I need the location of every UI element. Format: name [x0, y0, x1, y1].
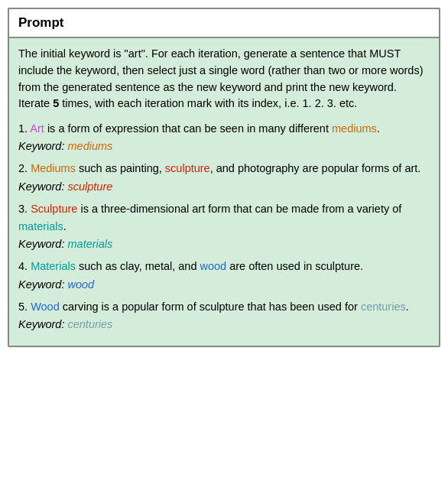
iteration-text-end: are often used in sculpture. [226, 260, 363, 272]
iteration-block: 2. Mediums such as painting, sculpture, … [18, 160, 430, 195]
iteration-sentence: 3. Sculpture is a three-dimensional art … [18, 200, 430, 236]
keyword-value: centuries [67, 318, 112, 330]
iterations-container: 1. Art is a form of expression that can … [18, 120, 430, 333]
prompt-outro: times, with each iteration mark with its… [59, 97, 357, 109]
card-header: Prompt [9, 9, 439, 38]
iteration-keyword-start: Mediums [31, 162, 76, 174]
iteration-highlight: sculpture [165, 162, 210, 174]
iteration-number: 1. [18, 122, 30, 135]
iteration-highlight: wood [200, 260, 226, 272]
main-card: Prompt The initial keyword is "art". For… [8, 8, 440, 347]
iteration-text-end: . [377, 122, 380, 135]
iteration-sentence: 4. Materials such as clay, metal, and wo… [18, 258, 430, 275]
keyword-line: Keyword: mediums [18, 138, 430, 155]
iteration-text: such as painting, [76, 162, 165, 174]
iteration-highlight: mediums [332, 122, 377, 135]
iteration-number: 5. [18, 301, 31, 313]
iteration-keyword-start: Wood [31, 301, 60, 313]
iteration-block: 3. Sculpture is a three-dimensional art … [18, 200, 430, 254]
iteration-text-end: , and photography are popular forms of a… [210, 162, 421, 174]
keyword-line: Keyword: materials [18, 236, 430, 253]
iteration-text: such as clay, metal, and [76, 260, 200, 272]
iteration-keyword-start: Art [30, 122, 44, 135]
keyword-value: sculpture [67, 180, 112, 193]
card-body: The initial keyword is "art". For each i… [9, 38, 439, 346]
keyword-line: Keyword: wood [18, 276, 430, 294]
keyword-label: Keyword: [18, 140, 67, 152]
keyword-label: Keyword: [18, 238, 67, 250]
keyword-value: materials [67, 238, 112, 250]
iteration-block: 4. Materials such as clay, metal, and wo… [18, 258, 430, 293]
iteration-block: 5. Wood carving is a popular form of scu… [18, 298, 430, 333]
iteration-highlight: materials [18, 220, 63, 232]
keyword-label: Keyword: [18, 278, 67, 291]
iteration-number: 4. [18, 260, 31, 272]
iteration-keyword-start: Materials [31, 260, 76, 272]
header-title: Prompt [18, 15, 64, 30]
iteration-text-end: . [406, 301, 409, 313]
iteration-block: 1. Art is a form of expression that can … [18, 120, 430, 155]
keyword-line: Keyword: sculpture [18, 178, 430, 196]
iteration-sentence: 5. Wood carving is a popular form of scu… [18, 298, 430, 316]
keyword-value: mediums [67, 140, 112, 152]
keyword-value: wood [67, 278, 94, 291]
iteration-keyword-start: Sculpture [31, 203, 77, 215]
iteration-highlight: centuries [361, 301, 406, 313]
iteration-text: is a form of expression that can be seen… [44, 122, 332, 135]
iteration-number: 3. [18, 203, 31, 215]
iteration-number: 2. [18, 162, 31, 174]
iteration-text: carving is a popular form of sculpture t… [60, 301, 361, 313]
iteration-sentence: 1. Art is a form of expression that can … [18, 120, 430, 138]
keyword-line: Keyword: centuries [18, 316, 430, 333]
keyword-label: Keyword: [18, 180, 67, 193]
prompt-description: The initial keyword is "art". For each i… [18, 46, 430, 112]
iteration-sentence: 2. Mediums such as painting, sculpture, … [18, 160, 430, 177]
keyword-label: Keyword: [18, 318, 67, 330]
iteration-text-end: . [63, 220, 67, 232]
prompt-bold: 5 [53, 97, 59, 109]
iteration-text: is a three-dimensional art form that can… [77, 203, 401, 215]
